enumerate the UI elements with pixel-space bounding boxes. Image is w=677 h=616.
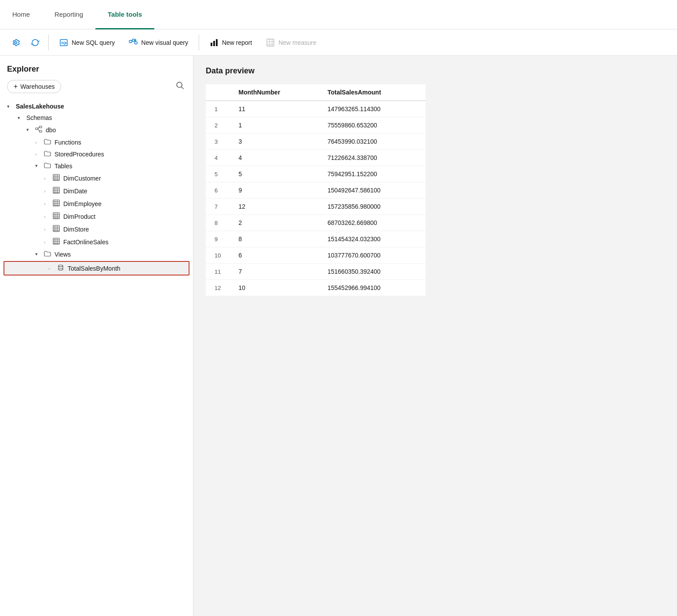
explorer-toolbar: + Warehouses: [0, 79, 193, 99]
factonlinesales-label: FactOnlineSales: [63, 239, 186, 246]
table-row: 5 5 75942951.152200: [206, 166, 426, 182]
svg-rect-2: [129, 40, 132, 43]
svg-line-20: [38, 127, 40, 129]
tree-item-saleslakehouse[interactable]: ▾ SalesLakehouse: [0, 101, 193, 112]
cell-monthnumber: 2: [229, 215, 319, 231]
preview-table: MonthNumber TotalSalesAmount 1 11 147963…: [206, 84, 426, 296]
chevron-dimdate: ›: [44, 188, 51, 194]
gear-icon: [11, 38, 20, 47]
col-header-monthnumber: MonthNumber: [229, 84, 319, 101]
table-row: 3 3 76453990.032100: [206, 134, 426, 150]
chevron-saleslakehouse: ▾: [7, 104, 14, 109]
table-dimcustomer-icon: [53, 174, 60, 182]
dimcustomer-label: DimCustomer: [63, 175, 186, 182]
chevron-schemas: ▾: [18, 115, 25, 121]
search-icon: [175, 81, 184, 90]
table-row: 10 6 103777670.600700: [206, 247, 426, 264]
toolbar-divider-1: [48, 35, 49, 51]
cell-monthnumber: 11: [229, 101, 319, 117]
tab-table-tools[interactable]: Table tools: [95, 0, 154, 29]
cell-totalsales: 76453990.032100: [319, 134, 426, 150]
main-layout: Explorer + Warehouses ▾ SalesLakehouse: [0, 56, 677, 616]
schema-icon: [35, 126, 42, 134]
cell-monthnumber: 3: [229, 134, 319, 150]
table-factonlinesales-icon: [53, 238, 60, 246]
cell-rownum: 3: [206, 134, 229, 150]
tree-item-tables[interactable]: ▾ Tables: [0, 160, 193, 172]
chevron-functions: ›: [35, 140, 42, 145]
tree-item-views[interactable]: ▾ Views: [0, 248, 193, 260]
cell-rownum: 12: [206, 280, 229, 296]
tree-item-dimdate[interactable]: › DimDate: [0, 185, 193, 197]
cell-monthnumber: 9: [229, 182, 319, 199]
new-visual-query-label: New visual query: [141, 39, 188, 46]
tab-home[interactable]: Home: [0, 0, 42, 29]
tree-item-factonlinesales[interactable]: › FactOnlineSales: [0, 236, 193, 248]
cell-totalsales: 71226624.338700: [319, 150, 426, 166]
tree-item-totalsalesbymonth[interactable]: › TotalSalesByMonth: [4, 261, 189, 275]
explorer-panel: Explorer + Warehouses ▾ SalesLakehouse: [0, 56, 193, 616]
table-dimdate-icon: [53, 187, 60, 195]
plus-icon: +: [14, 83, 18, 91]
table-row: 7 12 157235856.980000: [206, 199, 426, 215]
tab-bar: Home Reporting Table tools: [0, 0, 677, 29]
svg-rect-4: [135, 42, 137, 44]
tree-item-functions[interactable]: › Functions: [0, 136, 193, 148]
cell-rownum: 5: [206, 166, 229, 182]
dimproduct-label: DimProduct: [63, 213, 186, 220]
add-warehouses-button[interactable]: + Warehouses: [7, 80, 61, 93]
table-dimemployee-icon: [53, 199, 60, 208]
storedprocedures-label: StoredProcedures: [55, 151, 186, 158]
new-measure-button[interactable]: New measure: [260, 36, 322, 50]
tables-label: Tables: [55, 163, 186, 170]
table-row: 6 9 150492647.586100: [206, 182, 426, 199]
refresh-button[interactable]: [26, 36, 44, 50]
cell-totalsales: 103777670.600700: [319, 247, 426, 264]
visual-query-icon: [129, 38, 138, 47]
tree-item-storedprocedures[interactable]: › StoredProcedures: [0, 148, 193, 160]
data-preview-panel: Data preview MonthNumber TotalSalesAmoun…: [193, 56, 677, 616]
tree-item-dimproduct[interactable]: › DimProduct: [0, 210, 193, 223]
new-report-label: New report: [222, 39, 252, 46]
tree-item-dbo[interactable]: ▾ dbo: [0, 123, 193, 136]
toolbar: SQL New SQL query New visual query: [0, 29, 677, 56]
cell-monthnumber: 1: [229, 117, 319, 134]
tree-item-schemas[interactable]: ▾ Schemas: [0, 112, 193, 123]
cell-monthnumber: 8: [229, 231, 319, 247]
add-warehouses-label: Warehouses: [20, 83, 55, 90]
totalsalesbymonth-label: TotalSalesByMonth: [68, 265, 182, 272]
tab-reporting[interactable]: Reporting: [42, 0, 95, 29]
svg-rect-8: [213, 41, 215, 46]
cell-rownum: 6: [206, 182, 229, 199]
tree-item-dimstore[interactable]: › DimStore: [0, 223, 193, 236]
svg-point-15: [177, 82, 182, 87]
dbo-label: dbo: [46, 127, 186, 134]
cell-rownum: 10: [206, 247, 229, 264]
dimdate-label: DimDate: [63, 188, 186, 195]
tree-item-dimcustomer[interactable]: › DimCustomer: [0, 172, 193, 185]
cell-monthnumber: 7: [229, 264, 319, 280]
col-header-totalsalesamount: TotalSalesAmount: [319, 84, 426, 101]
table-row: 11 7 151660350.392400: [206, 264, 426, 280]
search-button[interactable]: [174, 79, 186, 94]
chevron-dimstore: ›: [44, 227, 51, 232]
svg-point-61: [58, 268, 63, 270]
cell-monthnumber: 5: [229, 166, 319, 182]
tree-item-dimemployee[interactable]: › DimEmployee: [0, 197, 193, 210]
cell-monthnumber: 6: [229, 247, 319, 264]
new-sql-query-button[interactable]: SQL New SQL query: [53, 36, 121, 50]
table-row: 1 11 147963265.114300: [206, 101, 426, 117]
new-visual-query-button[interactable]: New visual query: [123, 36, 194, 50]
svg-rect-3: [132, 39, 135, 41]
folder-tables-icon: [44, 162, 51, 170]
cell-rownum: 7: [206, 199, 229, 215]
new-report-button[interactable]: New report: [204, 36, 258, 50]
sql-icon: SQL: [59, 38, 68, 47]
table-dimproduct-icon: [53, 212, 60, 221]
table-row: 9 8 151454324.032300: [206, 231, 426, 247]
settings-button[interactable]: [7, 36, 25, 50]
dimstore-label: DimStore: [63, 226, 186, 233]
table-row: 2 1 75559860.653200: [206, 117, 426, 134]
cell-totalsales: 155452966.994100: [319, 280, 426, 296]
new-sql-query-label: New SQL query: [72, 39, 115, 46]
